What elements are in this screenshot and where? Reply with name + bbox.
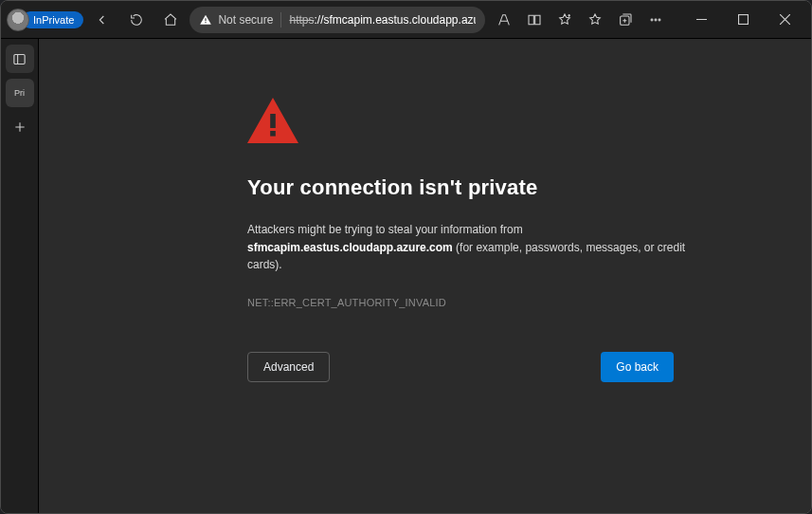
collections-icon: [618, 12, 633, 28]
svg-rect-7: [14, 54, 25, 64]
svg-rect-8: [270, 114, 276, 128]
collections-button[interactable]: [610, 5, 641, 35]
close-icon: [780, 14, 790, 25]
enter-immersive-button[interactable]: [519, 5, 550, 35]
tab-thumb[interactable]: Pri: [6, 79, 34, 107]
address-bar[interactable]: Not secure https://sfmcapim.eastus.cloud…: [189, 7, 485, 33]
home-icon: [163, 12, 178, 28]
window-controls: [680, 5, 805, 35]
error-code: NET::ERR_CERT_AUTHORITY_INVALID: [247, 297, 693, 308]
minimize-button[interactable]: [680, 5, 722, 35]
advanced-button[interactable]: Advanced: [247, 352, 330, 382]
warning-message-host: sfmcapim.eastus.cloudapp.azure.com: [247, 241, 453, 254]
site-security-indicator[interactable]: Not secure: [199, 13, 273, 27]
url-host: ://sfmcapim.eastus.cloudapp.azure.com: [314, 13, 476, 27]
page-content: Your connection isn't private Attackers …: [39, 39, 811, 513]
go-back-button[interactable]: Go back: [601, 352, 674, 382]
warning-message-pre: Attackers might be trying to steal your …: [247, 223, 523, 236]
warning-message: Attackers might be trying to steal your …: [247, 221, 693, 274]
back-button[interactable]: [87, 5, 117, 35]
svg-rect-6: [738, 15, 748, 25]
panel-icon: [12, 52, 27, 66]
favorites-button[interactable]: [580, 5, 610, 35]
button-row: Advanced Go back: [247, 352, 674, 382]
minimize-icon: [696, 14, 707, 25]
read-aloud-icon: [496, 12, 512, 28]
url-text: https://sfmcapim.eastus.cloudapp.azure.c…: [289, 13, 476, 27]
toggle-vertical-tabs-button[interactable]: [6, 45, 34, 73]
svg-point-4: [655, 19, 657, 21]
svg-point-3: [651, 19, 653, 21]
profile-avatar-icon: [7, 9, 29, 31]
toolbar-right-group: [489, 5, 671, 35]
main-area: Pri Your connection isn't private Attack…: [1, 39, 811, 513]
new-tab-button[interactable]: [6, 113, 34, 141]
home-button[interactable]: [155, 5, 186, 35]
close-button[interactable]: [764, 5, 805, 35]
inprivate-badge: InPrivate: [22, 11, 83, 28]
profile-indicator[interactable]: InPrivate: [7, 9, 83, 31]
plus-icon: [13, 120, 27, 134]
browser-toolbar: InPrivate Not secure https://sfmcapim.ea…: [1, 1, 811, 39]
refresh-button[interactable]: [121, 5, 152, 35]
not-secure-label: Not secure: [218, 13, 273, 27]
tab-thumb-label: Pri: [14, 88, 25, 98]
page-title: Your connection isn't private: [247, 175, 693, 200]
arrow-left-icon: [95, 12, 110, 28]
book-open-icon: [527, 12, 542, 28]
url-scheme: https: [289, 13, 314, 27]
refresh-icon: [129, 12, 144, 28]
ellipsis-icon: [648, 12, 663, 28]
address-divider: [280, 12, 281, 28]
more-button[interactable]: [641, 5, 671, 35]
svg-rect-0: [206, 18, 207, 21]
warning-triangle-icon: [199, 13, 212, 27]
interstitial-page: Your connection isn't private Attackers …: [247, 98, 693, 382]
star-icon: [587, 12, 603, 28]
vertical-tab-strip: Pri: [1, 39, 39, 513]
maximize-icon: [738, 14, 749, 25]
warning-triangle-large-icon: [247, 98, 298, 143]
svg-rect-9: [270, 131, 276, 137]
svg-point-5: [659, 19, 660, 21]
favorite-add-button[interactable]: [550, 5, 580, 35]
star-plus-icon: [557, 12, 572, 28]
maximize-button[interactable]: [722, 5, 764, 35]
read-aloud-button[interactable]: [489, 5, 519, 35]
svg-rect-1: [206, 22, 207, 23]
